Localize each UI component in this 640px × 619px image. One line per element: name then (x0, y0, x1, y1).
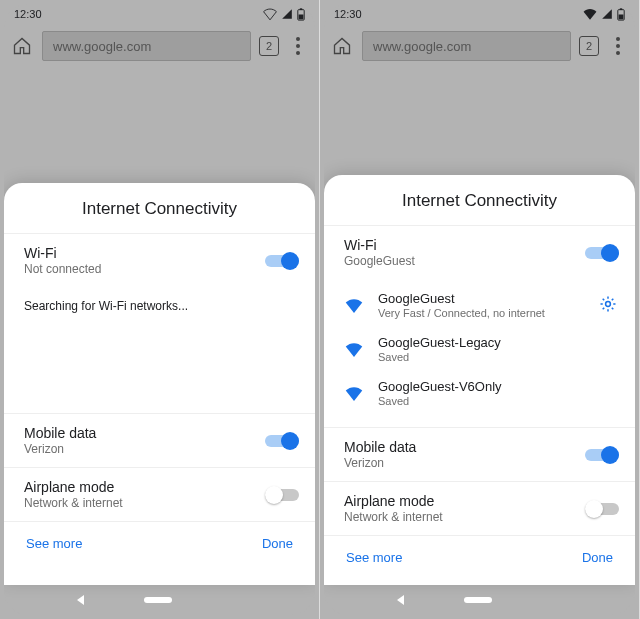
status-bar: 12:30 (4, 4, 315, 24)
overflow-menu-icon[interactable] (287, 37, 309, 55)
airplane-mode-row[interactable]: Airplane mode Network & internet (324, 481, 635, 535)
address-bar[interactable]: www.google.com (42, 31, 251, 61)
wifi-sublabel: Not connected (24, 262, 265, 276)
connectivity-sheet: Internet Connectivity Wi-Fi Not connecte… (4, 183, 315, 585)
airplane-mode-toggle[interactable] (585, 499, 619, 519)
sheet-title: Internet Connectivity (324, 175, 635, 225)
wifi-toggle[interactable] (585, 243, 619, 263)
tab-count-value: 2 (266, 40, 272, 52)
wifi-status-icon (583, 8, 597, 20)
status-time: 12:30 (14, 8, 42, 20)
gear-icon[interactable] (599, 295, 619, 315)
done-button[interactable]: Done (582, 550, 613, 565)
network-name: GoogleGuest-V6Only (378, 379, 619, 394)
nav-home-pill[interactable] (464, 597, 492, 603)
sheet-footer: See more Done (4, 521, 315, 567)
cellular-signal-icon (281, 8, 293, 20)
browser-toolbar: www.google.com 2 (4, 24, 315, 68)
battery-icon (617, 8, 625, 21)
wifi-row[interactable]: Wi-Fi GoogleGuest (324, 225, 635, 279)
airplane-mode-toggle[interactable] (265, 485, 299, 505)
wifi-row[interactable]: Wi-Fi Not connected (4, 233, 315, 287)
wifi-icon (344, 383, 364, 403)
wifi-sublabel: GoogleGuest (344, 254, 585, 268)
mobile-data-toggle[interactable] (265, 431, 299, 451)
mobile-data-label: Mobile data (344, 439, 585, 455)
airplane-mode-row[interactable]: Airplane mode Network & internet (4, 467, 315, 521)
svg-rect-5 (619, 14, 624, 19)
network-sublabel: Saved (378, 395, 619, 407)
wifi-status-icon (263, 8, 277, 20)
tab-switcher[interactable]: 2 (259, 36, 279, 56)
network-row[interactable]: GoogleGuest-Legacy Saved (324, 327, 635, 371)
done-button[interactable]: Done (262, 536, 293, 551)
svg-rect-2 (299, 14, 304, 19)
browser-toolbar: www.google.com 2 (324, 24, 635, 68)
airplane-mode-sublabel: Network & internet (24, 496, 265, 510)
airplane-mode-label: Airplane mode (344, 493, 585, 509)
status-bar: 12:30 (324, 4, 635, 24)
wifi-icon (344, 295, 364, 315)
network-sublabel: Very Fast / Connected, no internet (378, 307, 585, 319)
battery-icon (297, 8, 305, 21)
nav-home-pill[interactable] (144, 597, 172, 603)
network-row[interactable]: GoogleGuest-V6Only Saved (324, 371, 635, 415)
nav-back-icon[interactable] (77, 595, 84, 605)
airplane-mode-label: Airplane mode (24, 479, 265, 495)
tab-switcher[interactable]: 2 (579, 36, 599, 56)
wifi-status-line: Searching for Wi-Fi networks... (4, 287, 315, 327)
svg-rect-1 (300, 8, 302, 10)
overflow-menu-icon[interactable] (607, 37, 629, 55)
phone-right: 12:30 www.google.com 2 (320, 0, 640, 619)
mobile-data-sublabel: Verizon (344, 456, 585, 470)
wifi-label: Wi-Fi (24, 245, 265, 261)
home-icon[interactable] (10, 34, 34, 58)
network-sublabel: Saved (378, 351, 619, 363)
nav-back-icon[interactable] (397, 595, 404, 605)
mobile-data-toggle[interactable] (585, 445, 619, 465)
wifi-label: Wi-Fi (344, 237, 585, 253)
airplane-mode-sublabel: Network & internet (344, 510, 585, 524)
system-nav-bar (324, 585, 635, 615)
status-time: 12:30 (334, 8, 362, 20)
see-more-button[interactable]: See more (26, 536, 82, 551)
svg-point-6 (606, 302, 611, 307)
home-icon[interactable] (330, 34, 354, 58)
wifi-network-list: GoogleGuest Very Fast / Connected, no in… (324, 279, 635, 427)
sheet-title: Internet Connectivity (4, 183, 315, 233)
tab-count-value: 2 (586, 40, 592, 52)
network-row[interactable]: GoogleGuest Very Fast / Connected, no in… (324, 283, 635, 327)
phone-left: 12:30 www.google.com 2 (0, 0, 320, 619)
system-nav-bar (4, 585, 315, 615)
mobile-data-label: Mobile data (24, 425, 265, 441)
url-text: www.google.com (373, 39, 471, 54)
sheet-footer: See more Done (324, 535, 635, 581)
connectivity-sheet: Internet Connectivity Wi-Fi GoogleGuest … (324, 175, 635, 585)
wifi-toggle[interactable] (265, 251, 299, 271)
cellular-signal-icon (601, 8, 613, 20)
mobile-data-row[interactable]: Mobile data Verizon (324, 427, 635, 481)
address-bar[interactable]: www.google.com (362, 31, 571, 61)
mobile-data-sublabel: Verizon (24, 442, 265, 456)
network-name: GoogleGuest (378, 291, 585, 306)
see-more-button[interactable]: See more (346, 550, 402, 565)
wifi-icon (344, 339, 364, 359)
mobile-data-row[interactable]: Mobile data Verizon (4, 413, 315, 467)
url-text: www.google.com (53, 39, 151, 54)
svg-rect-4 (620, 8, 622, 10)
network-name: GoogleGuest-Legacy (378, 335, 619, 350)
